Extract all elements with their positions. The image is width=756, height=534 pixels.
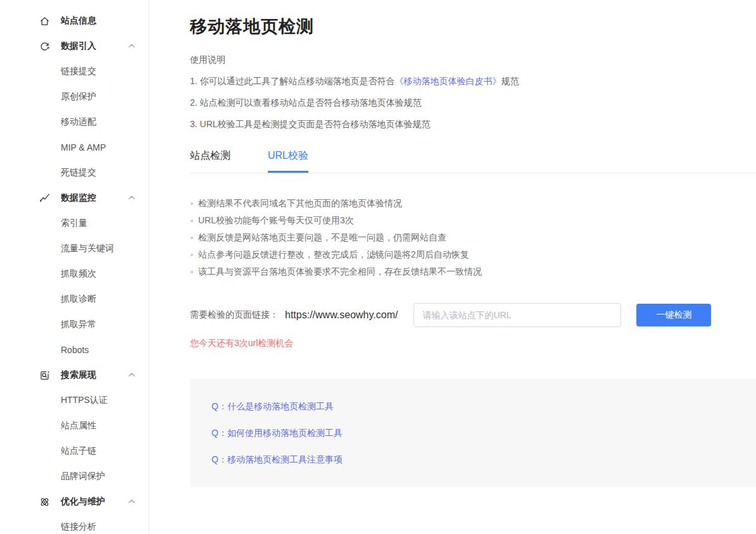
sidebar-item-label: 站点子链	[61, 445, 96, 457]
instruction-text: 1. 你可以通过此工具了解站点移动端落地页是否符合	[190, 76, 395, 86]
sidebar-item-label: 品牌词保护	[61, 471, 105, 482]
sidebar-item[interactable]: 抓取诊断	[0, 287, 149, 312]
sidebar-item[interactable]: 流量与关键词	[0, 236, 149, 261]
site-url-text: https://www.seowhy.com/	[285, 309, 398, 321]
tab-bar: 站点检测URL校验	[190, 149, 756, 173]
chevron-up-icon[interactable]	[127, 194, 136, 202]
tab-url-verify[interactable]: URL校验	[268, 149, 308, 173]
sidebar-section-3[interactable]: 搜索展现	[0, 363, 149, 388]
sidebar-item-label: 索引量	[61, 218, 87, 229]
sidebar-item[interactable]: 链接提交	[0, 59, 149, 84]
check-button[interactable]: 一键检测	[636, 304, 711, 326]
sidebar-item-label: 链接提交	[61, 66, 96, 77]
sidebar-nav: 站点信息数据引入链接提交原创保护移动适配MIP & AMP死链提交数据监控索引量…	[0, 8, 149, 534]
instructions-list: 1. 你可以通过此工具了解站点移动端落地页是否符合《移动落地页体验白皮书》规范2…	[190, 75, 756, 130]
sidebar-section-1[interactable]: 数据引入	[0, 34, 149, 59]
note-item: 站点参考问题反馈进行整改，整改完成后，滤镜问题将2周后自动恢复	[190, 246, 756, 263]
faq-link[interactable]: Q：如何使用移动落地页检测工具	[211, 419, 756, 446]
notes-list: 检测结果不代表同域名下其他页面的落地页体验情况URL校验功能每个账号每天仅可使用…	[190, 195, 756, 280]
sidebar-item[interactable]: HTTPS认证	[0, 388, 149, 413]
sidebar-item[interactable]: 抓取频次	[0, 261, 149, 287]
sidebar-section-2[interactable]: 数据监控	[0, 185, 149, 211]
note-item: URL校验功能每个账号每天仅可使用3次	[190, 212, 756, 229]
instruction-line: 1. 你可以通过此工具了解站点移动端落地页是否符合《移动落地页体验白皮书》规范	[190, 75, 756, 87]
instruction-text: 2. 站点检测可以查看移动站点是否符合移动落地页体验规范	[190, 97, 422, 108]
instruction-text: 3. URL校验工具是检测提交页面是否符合移动落地页体验规范	[190, 119, 431, 129]
sidebar-item[interactable]: 死链提交	[0, 160, 149, 185]
sidebar-item[interactable]: Robots	[0, 337, 149, 363]
sidebar-item-label: 抓取异常	[61, 319, 96, 330]
chevron-up-icon[interactable]	[127, 42, 136, 51]
optimize-icon	[38, 495, 51, 508]
sidebar-item-label: HTTPS认证	[61, 395, 108, 406]
data-import-icon	[38, 40, 51, 53]
sidebar: 站点信息数据引入链接提交原创保护移动适配MIP & AMP死链提交数据监控索引量…	[0, 0, 149, 534]
sidebar-section-label: 站点信息	[61, 15, 96, 27]
note-item: 检测反馈是网站落地页主要问题，不是唯一问题，仍需网站自查	[190, 229, 756, 246]
url-input[interactable]	[413, 303, 621, 327]
sidebar-section-label: 优化与维护	[61, 496, 105, 507]
whitepaper-link[interactable]: 《移动落地页体验白皮书》	[395, 76, 501, 86]
sidebar-item[interactable]: 原创保护	[0, 84, 149, 109]
quota-notice: 您今天还有3次url检测机会	[190, 338, 756, 349]
chevron-up-icon[interactable]	[127, 497, 136, 506]
note-item: 检测结果不代表同域名下其他页面的落地页体验情况	[190, 195, 756, 212]
sidebar-item-label: Robots	[61, 345, 89, 355]
instruction-suffix: 规范	[501, 76, 519, 86]
sidebar-item[interactable]: 站点属性	[0, 413, 149, 438]
chart-icon	[38, 192, 51, 204]
sidebar-section-label: 数据监控	[61, 192, 96, 204]
sidebar-section-4[interactable]: 优化与维护	[0, 489, 149, 514]
home-icon	[38, 15, 51, 27]
sidebar-item[interactable]: 链接分析	[0, 514, 149, 534]
sidebar-item[interactable]: 品牌词保护	[0, 464, 149, 489]
sidebar-item[interactable]: 抓取异常	[0, 312, 149, 337]
instruction-line: 2. 站点检测可以查看移动站点是否符合移动落地页体验规范	[190, 96, 756, 109]
sidebar-item-label: 流量与关键词	[61, 243, 114, 254]
sidebar-item-label: 抓取诊断	[61, 294, 96, 305]
main-content: 移动落地页检测 使用说明 1. 你可以通过此工具了解站点移动端落地页是否符合《移…	[190, 0, 756, 534]
sidebar-item-label: 原创保护	[61, 91, 96, 102]
sidebar-item[interactable]: MIP & AMP	[0, 135, 149, 160]
usage-heading: 使用说明	[190, 54, 756, 66]
faq-panel: Q：什么是移动落地页检测工具Q：如何使用移动落地页检测工具Q：移动落地页检测工具…	[190, 378, 756, 487]
sidebar-item-label: MIP & AMP	[61, 142, 106, 152]
note-item: 该工具与资源平台落地页体验要求不完全相同，存在反馈结果不一致情况	[190, 263, 756, 280]
sidebar-section-label: 数据引入	[61, 40, 96, 52]
form-label: 需要检验的页面链接：	[190, 309, 279, 321]
search-display-icon	[38, 369, 51, 382]
tab-site-check[interactable]: 站点检测	[190, 149, 230, 173]
sidebar-item-label: 死链提交	[61, 167, 96, 178]
sidebar-item[interactable]: 索引量	[0, 211, 149, 236]
instruction-line: 3. URL校验工具是检测提交页面是否符合移动落地页体验规范	[190, 118, 756, 130]
sidebar-item-label: 链接分析	[61, 521, 96, 533]
sidebar-item-label: 移动适配	[61, 116, 96, 128]
sidebar-item-label: 抓取频次	[61, 268, 96, 280]
sidebar-item-label: 站点属性	[61, 420, 96, 432]
sidebar-item[interactable]: 站点子链	[0, 438, 149, 464]
url-check-form: 需要检验的页面链接： https://www.seowhy.com/ 一键检测	[190, 303, 756, 327]
sidebar-section-0[interactable]: 站点信息	[0, 8, 149, 34]
page-title: 移动落地页检测	[190, 15, 756, 38]
chevron-up-icon[interactable]	[127, 371, 136, 380]
faq-link[interactable]: Q：移动落地页检测工具注意事项	[211, 446, 756, 473]
faq-link[interactable]: Q：什么是移动落地页检测工具	[211, 393, 756, 419]
sidebar-section-label: 搜索展现	[61, 369, 96, 381]
sidebar-item[interactable]: 移动适配	[0, 109, 149, 135]
